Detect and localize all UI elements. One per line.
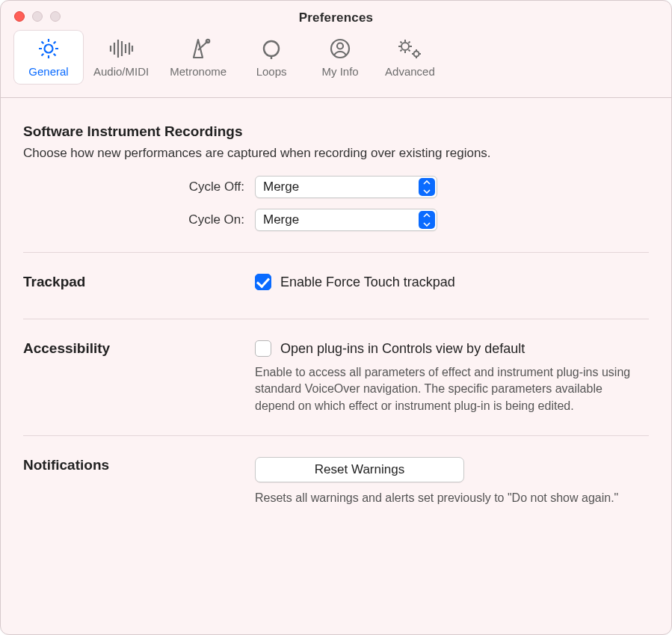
- close-window-button[interactable]: [14, 11, 25, 22]
- metronome-icon: [185, 35, 211, 62]
- tab-label: General: [28, 65, 68, 78]
- section-recordings: Software Instrument Recordings Choose ho…: [23, 123, 649, 231]
- cycle-on-value: Merge: [263, 212, 299, 227]
- divider: [23, 435, 649, 436]
- tab-general[interactable]: General: [14, 31, 83, 84]
- tab-advanced[interactable]: Advanced: [374, 31, 446, 84]
- person-circle-icon: [328, 35, 352, 62]
- minimize-window-button[interactable]: [32, 11, 43, 22]
- trackpad-heading: Trackpad: [23, 274, 255, 290]
- cycle-off-row: Cycle Off: Merge: [23, 176, 649, 198]
- recordings-heading: Software Instrument Recordings: [23, 123, 649, 140]
- enable-force-touch-label: Enable Force Touch trackpad: [280, 274, 455, 290]
- controls-view-row: Open plug-ins in Controls view by defaul…: [255, 340, 649, 357]
- preferences-content: Software Instrument Recordings Choose ho…: [1, 98, 671, 507]
- gears-icon: [395, 35, 424, 62]
- reset-warnings-button[interactable]: Reset Warnings: [255, 457, 464, 482]
- tab-label: Audio/MIDI: [93, 65, 149, 78]
- cycle-off-label: Cycle Off:: [23, 180, 255, 194]
- tab-my-info[interactable]: My Info: [306, 31, 374, 84]
- cycle-off-value: Merge: [263, 180, 299, 194]
- enable-force-touch-checkbox[interactable]: [255, 274, 271, 290]
- section-trackpad: Trackpad Enable Force Touch trackpad: [23, 274, 649, 298]
- divider: [23, 252, 649, 253]
- loop-icon: [259, 35, 283, 62]
- preferences-toolbar: General Audio/MIDI: [1, 31, 671, 98]
- tab-label: Metronome: [170, 65, 226, 78]
- accessibility-heading: Accessibility: [23, 340, 255, 357]
- tab-audio-midi[interactable]: Audio/MIDI: [83, 31, 159, 84]
- tab-label: Advanced: [385, 65, 435, 78]
- accessibility-help-text: Enable to access all parameters of effec…: [255, 364, 644, 414]
- tab-loops[interactable]: Loops: [237, 31, 306, 84]
- tab-label: My Info: [321, 65, 358, 78]
- svg-point-4: [337, 43, 343, 49]
- notifications-help-text: Resets all warnings and alerts set previ…: [255, 490, 644, 506]
- gear-icon: [37, 35, 61, 62]
- window-title: Preferences: [299, 6, 374, 25]
- popup-stepper-icon: [419, 178, 435, 196]
- preferences-window: Preferences General: [0, 0, 672, 635]
- popup-stepper-icon: [419, 211, 435, 229]
- recordings-description: Choose how new performances are captured…: [23, 146, 649, 161]
- plugins-controls-view-checkbox[interactable]: [255, 340, 271, 357]
- section-accessibility: Accessibility Open plug-ins in Controls …: [23, 340, 649, 414]
- cycle-on-popup[interactable]: Merge: [255, 209, 437, 231]
- force-touch-row: Enable Force Touch trackpad: [255, 274, 649, 290]
- section-notifications: Notifications Reset Warnings Resets all …: [23, 457, 649, 506]
- svg-point-6: [414, 52, 419, 57]
- cycle-off-popup[interactable]: Merge: [255, 176, 437, 198]
- tab-metronome[interactable]: Metronome: [159, 31, 237, 84]
- divider: [23, 319, 649, 319]
- plugins-controls-view-label: Open plug-ins in Controls view by defaul…: [280, 341, 525, 357]
- waveform-icon: [108, 35, 135, 62]
- tab-label: Loops: [256, 65, 287, 78]
- cycle-on-label: Cycle On:: [23, 212, 255, 227]
- svg-point-0: [45, 45, 53, 53]
- notifications-heading: Notifications: [23, 457, 255, 473]
- svg-point-2: [264, 41, 279, 56]
- window-controls: [14, 11, 61, 22]
- cycle-on-row: Cycle On: Merge: [23, 209, 649, 231]
- svg-point-5: [401, 43, 409, 50]
- titlebar: Preferences: [1, 1, 671, 31]
- zoom-window-button[interactable]: [50, 11, 61, 22]
